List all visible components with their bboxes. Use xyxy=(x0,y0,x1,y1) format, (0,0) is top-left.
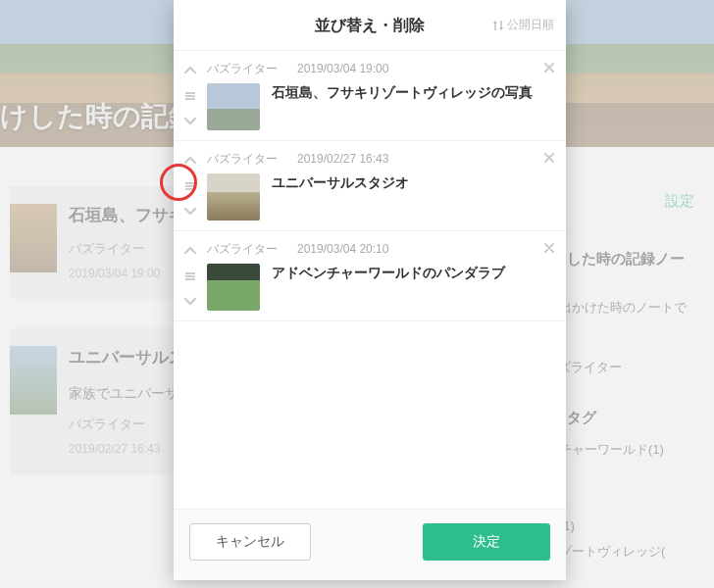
item-author: バズライター xyxy=(207,152,278,166)
drag-handle-icon[interactable] xyxy=(180,177,200,195)
delete-item-button[interactable] xyxy=(540,149,558,167)
drag-handle-icon[interactable] xyxy=(180,268,200,285)
sort-order-button[interactable]: 公開日順 xyxy=(492,17,554,33)
move-up-button[interactable] xyxy=(180,151,200,169)
svg-rect-4 xyxy=(185,185,195,187)
item-thumbnail xyxy=(207,173,260,220)
sort-delete-modal: 並び替え・削除 公開日順 バズライター 2019/03/04 19:00 石垣島… xyxy=(174,0,566,580)
item-thumbnail xyxy=(207,83,260,130)
move-up-button[interactable] xyxy=(180,61,200,78)
item-title: ユニバーサルスタジオ xyxy=(272,173,409,193)
item-title: 石垣島、フサキリゾートヴィレッジの写真 xyxy=(272,83,533,103)
svg-rect-2 xyxy=(185,98,195,100)
item-date: 2019/03/04 20:10 xyxy=(297,242,388,256)
sort-icon xyxy=(492,20,504,31)
modal-footer: キャンセル 決定 xyxy=(174,509,566,580)
modal-header: 並び替え・削除 公開日順 xyxy=(174,0,566,51)
item-title: アドベンチャーワールドのパンダラブ xyxy=(272,264,505,283)
cancel-button[interactable]: キャンセル xyxy=(189,523,311,561)
sortable-item: バズライター 2019/03/04 20:10 アドベンチャーワールドのパンダラ… xyxy=(174,231,566,321)
svg-rect-3 xyxy=(185,182,195,184)
modal-title: 並び替え・削除 xyxy=(315,17,425,33)
drag-handle-icon[interactable] xyxy=(180,87,200,105)
move-down-button[interactable] xyxy=(180,293,200,311)
move-down-button[interactable] xyxy=(180,113,200,130)
svg-rect-0 xyxy=(185,92,195,94)
svg-rect-8 xyxy=(185,278,195,280)
item-author: バズライター xyxy=(207,242,278,256)
svg-rect-6 xyxy=(185,272,195,274)
svg-rect-5 xyxy=(185,188,195,190)
sortable-item: バズライター 2019/03/04 19:00 石垣島、フサキリゾートヴィレッジ… xyxy=(174,51,566,141)
item-date: 2019/03/04 19:00 xyxy=(297,62,388,75)
delete-item-button[interactable] xyxy=(540,59,558,76)
sortable-item: バズライター 2019/02/27 16:43 ユニバーサルスタジオ xyxy=(174,141,566,231)
move-up-button[interactable] xyxy=(180,241,200,259)
svg-rect-1 xyxy=(185,95,195,97)
item-author: バズライター xyxy=(207,62,278,75)
delete-item-button[interactable] xyxy=(540,239,558,257)
svg-rect-7 xyxy=(185,275,195,277)
move-down-button[interactable] xyxy=(180,203,200,220)
ok-button[interactable]: 決定 xyxy=(423,523,550,561)
item-thumbnail xyxy=(207,264,260,311)
item-date: 2019/02/27 16:43 xyxy=(297,152,388,166)
modal-body: バズライター 2019/03/04 19:00 石垣島、フサキリゾートヴィレッジ… xyxy=(174,51,566,509)
